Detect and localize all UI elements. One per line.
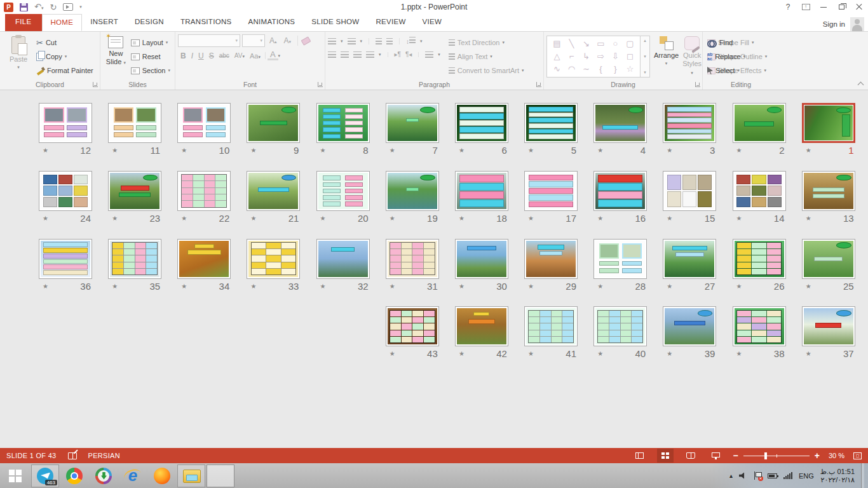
- slide-thumbnail-2[interactable]: [733, 103, 786, 143]
- minimize-button[interactable]: [815, 1, 832, 13]
- battery-icon[interactable]: [768, 473, 777, 478]
- left-to-right-icon[interactable]: ▸¶: [395, 51, 401, 58]
- line-spacing-icon[interactable]: ↕: [406, 37, 416, 46]
- slide-thumbnail-27[interactable]: [663, 239, 716, 279]
- shape-icon-16[interactable]: }: [608, 63, 623, 76]
- reset-button[interactable]: Reset: [129, 50, 172, 64]
- slide-thumbnail-11[interactable]: [108, 103, 161, 143]
- slide-thumbnail-25[interactable]: [802, 239, 855, 279]
- convert-to-smartart-button[interactable]: Convert to SmartArt▾: [447, 64, 526, 78]
- shape-icon-15[interactable]: {: [593, 63, 608, 76]
- align-text-button[interactable]: Align Text▾: [447, 50, 526, 64]
- character-spacing-button[interactable]: AV▾: [232, 52, 247, 59]
- paste-button[interactable]: Paste▾: [3, 34, 34, 70]
- slide-thumbnail-29[interactable]: [524, 239, 578, 279]
- slide-thumbnail-30[interactable]: [455, 239, 508, 279]
- slide-thumbnail-42[interactable]: [455, 306, 508, 346]
- shape-icon-4[interactable]: ○: [608, 37, 623, 50]
- shapes-gallery[interactable]: ▤╲↘▭○▢△⌐↳⇨⇩◻∿◠∼{}☆: [546, 36, 641, 78]
- tab-design[interactable]: DESIGN: [126, 14, 172, 31]
- clipboard-dialog-launcher[interactable]: [93, 82, 98, 87]
- cut-button[interactable]: ✂Cut: [34, 36, 95, 50]
- tab-insert[interactable]: INSERT: [82, 14, 126, 31]
- slide-thumbnail-35[interactable]: [108, 239, 161, 279]
- shape-icon-12[interactable]: ∿: [550, 63, 564, 76]
- slide-thumbnail-41[interactable]: [524, 306, 578, 346]
- slide-counter[interactable]: SLIDE 1 OF 43: [6, 452, 57, 459]
- slide-thumbnail-12[interactable]: [39, 103, 92, 143]
- network-signal-icon[interactable]: [783, 472, 792, 479]
- volume-icon[interactable]: [739, 472, 747, 480]
- shape-icon-17[interactable]: ☆: [623, 63, 637, 76]
- numbering-icon[interactable]: [348, 38, 356, 45]
- show-hidden-icons-button[interactable]: ▴: [729, 472, 733, 479]
- slide-show-button[interactable]: [708, 449, 724, 463]
- text-shadow-button[interactable]: S: [207, 51, 217, 60]
- new-slide-button[interactable]: NewSlide ▾: [103, 34, 129, 67]
- language-indicator[interactable]: PERSIAN: [88, 452, 120, 459]
- slide-thumbnail-28[interactable]: [593, 239, 647, 279]
- text-direction-button[interactable]: Text Direction▾: [447, 36, 526, 50]
- taskbar-app-powerpoint[interactable]: [207, 464, 234, 487]
- slide-thumbnail-36[interactable]: [39, 239, 92, 279]
- save-icon[interactable]: [20, 3, 28, 11]
- slide-thumbnail-18[interactable]: [455, 171, 508, 211]
- decrease-indent-icon[interactable]: [376, 38, 382, 45]
- start-from-beginning-icon[interactable]: [63, 3, 73, 11]
- slide-thumbnail-9[interactable]: [247, 103, 300, 143]
- close-button[interactable]: [850, 1, 868, 13]
- tab-view[interactable]: VIEW: [414, 14, 451, 31]
- shape-icon-11[interactable]: ◻: [623, 50, 637, 63]
- shape-icon-1[interactable]: ╲: [564, 37, 579, 50]
- shape-icon-8[interactable]: ↳: [579, 50, 593, 63]
- tab-slide-show[interactable]: SLIDE SHOW: [303, 14, 367, 31]
- powerpoint-app-icon[interactable]: P: [4, 3, 13, 12]
- font-name-combobox[interactable]: ▾: [178, 34, 240, 47]
- arrange-button[interactable]: Arrange▾: [654, 34, 679, 66]
- shape-icon-2[interactable]: ↘: [579, 37, 593, 50]
- format-painter-button[interactable]: Format Painter: [34, 64, 95, 78]
- shape-icon-7[interactable]: ⌐: [564, 50, 579, 63]
- align-left-icon[interactable]: [328, 51, 336, 58]
- slide-thumbnail-22[interactable]: [177, 171, 231, 211]
- redo-icon[interactable]: ↻: [50, 3, 57, 11]
- copy-button[interactable]: Copy▾: [34, 50, 95, 64]
- tab-transitions[interactable]: TRANSITIONS: [172, 14, 240, 31]
- slide-thumbnail-8[interactable]: [316, 103, 370, 143]
- font-size-combobox[interactable]: ▾: [242, 34, 265, 47]
- bold-button[interactable]: B: [178, 51, 189, 60]
- columns-icon[interactable]: [425, 51, 433, 58]
- paragraph-dialog-launcher[interactable]: [536, 82, 541, 87]
- shape-icon-13[interactable]: ◠: [564, 63, 579, 76]
- zoom-out-button[interactable]: −: [733, 451, 738, 460]
- sign-in-area[interactable]: Sign in: [823, 17, 868, 31]
- clock[interactable]: 01:51 ب.ظ ۲۰۲۲/۰۲/۱۸: [820, 468, 855, 484]
- shape-icon-3[interactable]: ▭: [593, 37, 608, 50]
- slide-thumbnail-3[interactable]: [663, 103, 716, 143]
- zoom-slider[interactable]: [743, 456, 810, 456]
- slide-thumbnail-6[interactable]: [455, 103, 508, 143]
- slide-thumbnail-37[interactable]: [802, 306, 855, 346]
- shape-icon-6[interactable]: △: [550, 50, 564, 63]
- restore-button[interactable]: [832, 1, 850, 13]
- user-avatar[interactable]: [850, 17, 864, 31]
- slide-thumbnail-14[interactable]: [733, 171, 786, 211]
- taskbar-app-chrome[interactable]: [60, 464, 88, 487]
- underline-button[interactable]: U: [196, 51, 207, 60]
- slide-thumbnail-31[interactable]: [386, 239, 439, 279]
- normal-view-button[interactable]: [632, 449, 648, 463]
- action-center-flag-icon[interactable]: ✕: [754, 471, 761, 480]
- slide-thumbnail-16[interactable]: [593, 171, 647, 211]
- slide-thumbnail-24[interactable]: [39, 171, 92, 211]
- spell-check-icon[interactable]: [68, 452, 77, 459]
- sign-in-label[interactable]: Sign in: [823, 20, 845, 28]
- drawing-dialog-launcher[interactable]: [695, 82, 700, 87]
- slide-thumbnail-13[interactable]: [802, 171, 855, 211]
- layout-button[interactable]: Layout▾: [129, 36, 172, 50]
- italic-button[interactable]: I: [189, 51, 196, 60]
- tab-home[interactable]: HOME: [42, 14, 83, 31]
- shape-icon-10[interactable]: ⇩: [608, 50, 623, 63]
- slide-sorter-canvas[interactable]: ★1★2★3★4★5★6★7★8★9★10★11★12★13★14★15★16★…: [0, 91, 868, 448]
- taskbar-app-explorer[interactable]: [177, 464, 205, 487]
- slide-thumbnail-15[interactable]: [663, 171, 716, 211]
